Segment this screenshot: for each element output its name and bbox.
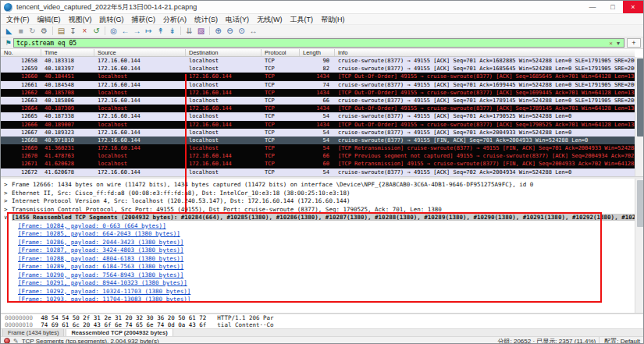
menu-item[interactable]: 电话(Y) [222, 14, 253, 25]
menu-item[interactable]: 捕获(C) [128, 14, 160, 25]
scrollbar-thumb[interactable] [637, 59, 644, 137]
packet-row[interactable]: 1266941.360231172.16.60.144localhostTCP5… [1, 144, 635, 152]
restart-capture-button[interactable]: ↻ [27, 26, 38, 37]
menu-item[interactable]: 统计(S) [190, 14, 222, 25]
packet-row[interactable]: 1265940.183397172.16.60.144localhostTCP8… [1, 65, 635, 73]
packet-row[interactable]: 1266840.971810172.16.60.144localhostTCP5… [1, 137, 635, 144]
zoom-out-button[interactable]: ⊖ [224, 26, 236, 37]
detail-line[interactable]: >Ethernet II, Src: Cisco_ff:fd:a8 (00:08… [1, 190, 635, 198]
menu-item[interactable]: 跳转(G) [96, 14, 128, 25]
menu-item[interactable]: 帮助(H) [317, 14, 349, 25]
column-header-time[interactable]: Time [41, 49, 94, 56]
menu-item[interactable]: 无线(W) [253, 14, 286, 25]
go-first-button[interactable]: ↟ [155, 26, 166, 37]
filter-dropdown-icon[interactable]: ▾ [615, 40, 621, 47]
scrollbar-thumb[interactable] [637, 180, 644, 227]
stop-capture-button[interactable]: ■ [15, 26, 27, 37]
column-header-destination[interactable]: Destination [186, 49, 262, 56]
cell-length: 60 [300, 160, 335, 168]
clear-filter-icon[interactable]: × [607, 40, 615, 47]
open-file-button[interactable]: ▤ [55, 26, 67, 37]
detail-scrollbar[interactable] [635, 179, 644, 313]
packet-row[interactable]: 1266340.185806172.16.60.144localhostTCP6… [1, 97, 635, 105]
go-back-button[interactable]: ← [119, 26, 131, 37]
close-file-button[interactable]: × [79, 26, 91, 37]
reassembled-segment-link[interactable]: [Frame: 10290, payload: 7564-8943 (1380 … [1, 271, 635, 280]
toolbar-separator [52, 27, 53, 35]
packet-row[interactable]: 1267141.620628localhost172.16.60.144TCP6… [1, 160, 635, 168]
packet-row[interactable]: 1267241.620678172.16.60.144localhostTCP5… [1, 168, 635, 176]
column-header-protocol[interactable]: Protocol [262, 49, 300, 56]
minimize-button[interactable]: — [582, 1, 603, 13]
reassembled-segment-link[interactable]: [Frame: 10284, payload: 0-663 (664 bytes… [1, 222, 635, 231]
packet-list-scrollbar[interactable] [635, 57, 644, 176]
auto-scroll-button[interactable]: ⇊ [183, 26, 195, 37]
column-header-length[interactable]: Length [300, 49, 335, 56]
expand-arrow-icon[interactable]: > [4, 206, 12, 215]
go-forward-button[interactable]: → [131, 26, 143, 37]
reassembled-segment-link[interactable]: [Frame: 10285, payload: 664-2043 (1380 b… [1, 230, 635, 239]
go-to-packet-button[interactable]: ↦ [143, 26, 155, 37]
expand-arrow-icon[interactable]: > [4, 197, 12, 206]
menu-item[interactable]: 视图(V) [65, 14, 96, 25]
packet-row[interactable]: 1266540.187338172.16.60.144localhostTCP5… [1, 112, 635, 120]
byte-tab[interactable]: Frame (1434 bytes) [2, 328, 64, 336]
menu-item[interactable]: 文件(F) [2, 14, 34, 25]
fit-columns-button[interactable]: ↔ [247, 26, 259, 37]
reassembled-segment-link[interactable]: [Frame: 10289, payload: 6184-7563 (1380 … [1, 263, 635, 271]
cell-protocol: TCP [262, 168, 300, 176]
reassembled-segment-link[interactable]: [Frame: 10288, payload: 4804-6183 (1380 … [1, 255, 635, 264]
reassembled-segment-link[interactable]: [Frame: 10286, payload: 2044-3423 (1380 … [1, 239, 635, 247]
detail-line[interactable]: >Internet Protocol Version 4, Src: local… [1, 197, 635, 206]
filter-bookmark-icon[interactable]: ⚑ [3, 39, 13, 47]
expand-arrow-icon[interactable]: > [4, 190, 12, 198]
reassembled-segment-link[interactable]: [Frame: 10291, payload: 8944-10323 (1380… [1, 279, 635, 288]
detail-line[interactable]: >Transmission Control Protocol, Src Port… [1, 206, 635, 215]
reassembled-segment-link[interactable]: [Frame: 10292, payload: 10324-11703 (138… [1, 288, 635, 296]
zoom-in-button[interactable]: ⊕ [212, 26, 224, 37]
reload-file-button[interactable]: ↺ [91, 26, 102, 37]
open-file-icon: ▤ [58, 26, 65, 37]
menu-item[interactable]: 工具(T) [286, 14, 318, 25]
packet-row[interactable]: 1266040.184451localhost172.16.60.144TCP1… [1, 73, 635, 80]
cell-time: 40.189323 [41, 129, 94, 137]
menu-item[interactable]: 分析(A) [159, 14, 190, 25]
find-packet-button[interactable]: ◎ [108, 26, 119, 37]
maximize-button[interactable]: □ [603, 1, 623, 13]
go-last-button[interactable]: ↡ [166, 26, 178, 37]
expand-arrow-icon[interactable]: ∨ [4, 214, 12, 222]
packet-row[interactable]: 1266640.189007localhost172.16.60.144TCP1… [1, 121, 635, 129]
cell-destination: localhost [186, 57, 262, 65]
status-profile[interactable]: 配置: Default [599, 337, 640, 344]
packet-row[interactable]: 1265840.183318172.16.60.144localhostTCP9… [1, 57, 635, 65]
expert-info-icon[interactable] [4, 338, 10, 344]
column-header-info[interactable]: Info [335, 49, 635, 56]
detail-line[interactable]: ∨[1456 Reassembled TCP Segments (2004932… [1, 214, 635, 222]
packet-row[interactable]: 1266740.189323172.16.60.144localhostTCP5… [1, 129, 635, 137]
cell-length: 74 [300, 81, 335, 89]
save-file-button[interactable]: ↧ [67, 26, 79, 37]
add-filter-button[interactable]: + [627, 38, 641, 48]
reassembled-segment-link[interactable]: [Frame: 10287, payload: 3424-4803 (1380 … [1, 246, 635, 255]
start-capture-button[interactable]: ◣ [3, 26, 15, 37]
packet-row[interactable]: 1267041.478763localhost172.16.60.144TCP6… [1, 152, 635, 160]
reassembled-segment-link[interactable]: [Frame: 10293, payload: 11704-13083 (138… [1, 296, 635, 304]
cell-protocol: TCP [262, 160, 300, 168]
zoom-reset-button[interactable]: ⊙ [236, 26, 247, 37]
column-header-source[interactable]: Source [94, 49, 186, 56]
display-filter-input[interactable]: tcp.stream eq 05 × ▾ [13, 38, 624, 48]
capture-comment-icon[interactable]: ✎ [13, 338, 19, 344]
packet-row[interactable]: 1266440.187309localhost172.16.60.144TCP1… [1, 105, 635, 112]
close-button[interactable]: × [623, 1, 643, 13]
packet-row[interactable]: 1266140.184548172.16.60.144localhostTCP7… [1, 81, 635, 89]
column-header-no[interactable]: No. [1, 49, 41, 56]
detail-line[interactable]: >Frame 12666: 1434 bytes on wire (11472 … [1, 181, 635, 190]
menu-item[interactable]: 编辑(E) [34, 14, 65, 25]
byte-tab[interactable]: Reassembled TCP (2004932 bytes) [66, 328, 173, 336]
colorize-button[interactable]: ▨ [195, 26, 207, 37]
stop-capture-icon: ■ [18, 26, 23, 37]
capture-options-button[interactable]: ⚙ [38, 26, 50, 37]
expand-arrow-icon[interactable]: > [4, 181, 12, 190]
cell-info: cruise-swroute(8377) → 49155 [ACK] Seq=7… [335, 129, 635, 137]
packet-row[interactable]: 1266240.185708localhost172.16.60.144TCP1… [1, 89, 635, 97]
